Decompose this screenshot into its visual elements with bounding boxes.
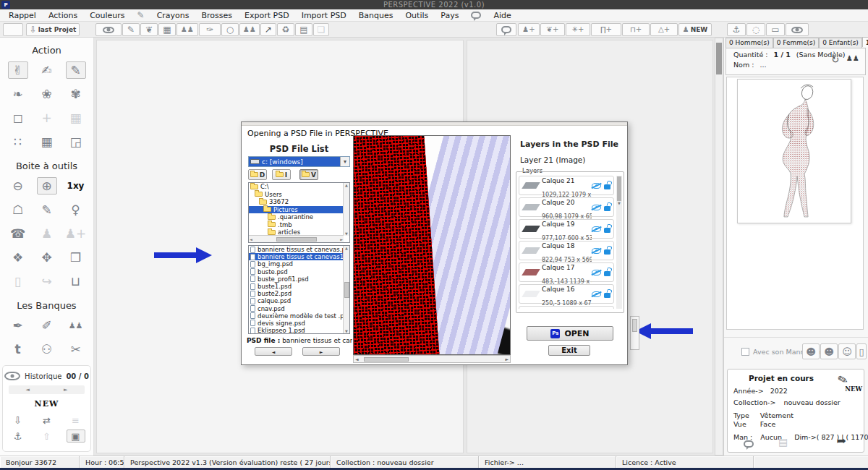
blank-button[interactable] xyxy=(3,23,23,36)
pins-bank-button[interactable]: ✂ xyxy=(66,341,86,358)
file-item[interactable]: buste2.psd xyxy=(249,290,349,297)
folder-i-button[interactable]: I xyxy=(272,169,291,180)
add-network-button[interactable]: ✳+ xyxy=(566,23,590,36)
add-top-button[interactable]: ⊓+ xyxy=(622,23,650,36)
history-prev-button[interactable]: ◄ xyxy=(17,387,38,393)
scroll-up-icon[interactable]: ▲ xyxy=(345,246,348,250)
right-panel-scrollbar[interactable] xyxy=(715,38,723,456)
add-dress-button[interactable]: △+ xyxy=(650,23,678,36)
add-pants-button[interactable]: ∏+ xyxy=(591,23,621,36)
history-download-button[interactable]: ⇩ xyxy=(9,414,27,427)
zoom-out-button[interactable]: ⊖ xyxy=(8,177,28,195)
menu-banques[interactable]: Banques xyxy=(359,11,393,20)
layer-row[interactable]: Calque 17483,-143 1139 x 842 xyxy=(519,262,614,282)
people-bank-button[interactable]: ♟♟ xyxy=(66,317,86,334)
history-anchor-button[interactable]: ⚓ xyxy=(9,430,27,443)
scroll-down-icon[interactable]: ▼ xyxy=(345,329,348,333)
eye-view-button[interactable] xyxy=(786,23,809,36)
action-hand-fabric-button[interactable]: ❀ xyxy=(37,85,57,103)
pencil-icon[interactable]: ✎ xyxy=(137,10,145,20)
layer-row[interactable]: Calque 19977,107 600 x 531 xyxy=(519,219,614,239)
eye-slash-icon[interactable] xyxy=(592,226,601,232)
menu-couleurs[interactable]: Couleurs xyxy=(90,11,124,20)
stamp-tool-button[interactable]: ❏ xyxy=(313,23,329,36)
tab-femmes[interactable]: 0 Femme(s) xyxy=(773,38,820,48)
unlock-icon[interactable] xyxy=(604,249,610,255)
menu-brosses[interactable]: Brosses xyxy=(202,11,233,20)
tree-item[interactable]: .tmb xyxy=(249,221,349,229)
tree-item[interactable]: 33672 xyxy=(249,198,349,206)
model-canvas[interactable] xyxy=(726,77,864,330)
map-stamp-button[interactable]: ☖ xyxy=(8,201,28,218)
layer-row[interactable]: Calque 20960,98 1079 x 654 xyxy=(519,197,614,217)
folder-d-button[interactable]: D xyxy=(248,169,267,180)
tree-item[interactable]: C:\ xyxy=(249,183,349,191)
file-item[interactable]: deuxième modèle de test .psd xyxy=(249,312,349,320)
shoes-tool-button[interactable]: ✑ xyxy=(199,23,221,36)
eye-slash-icon[interactable] xyxy=(592,183,601,189)
file-item-selected[interactable]: banniere tissus et canevas1.psd xyxy=(249,253,349,260)
exit-button[interactable]: Exit xyxy=(548,345,590,356)
layers-vscrollbar[interactable]: ▼ xyxy=(616,176,622,309)
palette-bank-button[interactable]: ⚇ xyxy=(37,341,57,358)
brush-bank-button[interactable]: ✐ xyxy=(37,317,57,334)
unlock-icon[interactable] xyxy=(604,228,610,233)
unlock-icon[interactable] xyxy=(604,206,610,211)
leaf-tool-button[interactable]: ❦ xyxy=(140,23,158,36)
printer-icon[interactable]: ▤ xyxy=(778,436,788,448)
pencil-tool-button[interactable]: ✎ xyxy=(122,23,140,36)
action-select-rect-button[interactable]: ◻ xyxy=(8,109,28,127)
location-pin-button[interactable]: ♀ xyxy=(66,201,86,218)
action-scan-area-button[interactable]: ◲ xyxy=(66,133,86,150)
file-item[interactable]: buste_profi1.psd xyxy=(249,275,349,283)
layer-row[interactable]: Calque 16250,-5 1089 x 677 xyxy=(519,284,614,304)
menu-crayons[interactable]: Crayons xyxy=(157,11,190,20)
action-grid-dots-button[interactable]: ▦ xyxy=(66,109,86,127)
phone-button[interactable]: ☎ xyxy=(8,225,28,242)
scroll-left-icon[interactable]: ◄ xyxy=(250,237,252,242)
woman-model-button[interactable]: ☻ xyxy=(820,343,838,359)
zoom-in-button[interactable]: ⊕ xyxy=(37,177,57,195)
menu-import-psd[interactable]: Import PSD xyxy=(302,11,346,20)
add-person-button[interactable]: ♟+ xyxy=(518,23,540,36)
people-tool-button[interactable]: ♟♟ xyxy=(239,23,260,36)
printer-button[interactable]: ▭ xyxy=(766,23,785,36)
new-person-button[interactable]: ♟ NEW xyxy=(678,23,712,36)
tree-vscrollbar[interactable]: ▲▼ xyxy=(343,183,349,236)
redo-button[interactable]: ↪ xyxy=(37,273,57,290)
jacket-button[interactable]: ❖ xyxy=(8,249,28,266)
dialog-titlebar[interactable] xyxy=(242,122,627,126)
tab-hommes[interactable]: 0 Homme(s) xyxy=(726,38,773,48)
marker-bank-button[interactable]: ✒ xyxy=(8,317,28,334)
man-model-button[interactable]: ☻ xyxy=(802,343,820,359)
person-share-button[interactable]: ♟+ xyxy=(66,225,86,242)
export-icon[interactable]: ➦ xyxy=(837,434,846,448)
file-prev-button[interactable]: ◄ xyxy=(255,347,292,356)
file-item[interactable]: buste.psd xyxy=(249,268,349,275)
text-bank-button[interactable]: t xyxy=(8,341,28,358)
mannequin-checkbox[interactable] xyxy=(741,348,749,356)
tree-hscrollbar[interactable]: ◄► xyxy=(249,235,344,242)
crowd-tool-button[interactable]: ♟♟ xyxy=(176,23,198,36)
history-upload-button[interactable]: ⇧ xyxy=(38,430,56,443)
recycle-tool-button[interactable]: ♻ xyxy=(277,23,294,36)
scroll-right-icon[interactable]: ► xyxy=(505,356,509,362)
scroll-right-icon[interactable]: ► xyxy=(340,237,343,242)
unlock-icon[interactable] xyxy=(604,293,610,298)
eye-slash-icon[interactable] xyxy=(592,270,601,275)
file-item[interactable]: banniere tissus et canevas.psd xyxy=(249,246,349,253)
scroll-down-icon[interactable]: ▼ xyxy=(345,231,348,236)
menu-outils[interactable]: Outils xyxy=(405,11,428,20)
chat-icon[interactable] xyxy=(744,440,754,448)
refresh-icon[interactable]: ↻ xyxy=(831,54,839,65)
action-hands-grab-button[interactable]: ✍ xyxy=(37,61,57,79)
history-list-button[interactable]: ≡ xyxy=(67,414,85,427)
file-vscrollbar[interactable]: ▲▼ xyxy=(343,246,349,333)
eye-slash-icon[interactable] xyxy=(592,205,601,210)
scroll-left-icon[interactable]: ◄ xyxy=(355,356,359,362)
move-tool-button[interactable]: ↗ xyxy=(260,23,276,36)
action-corner-select-button[interactable]: ∷ xyxy=(8,133,28,150)
view-eye-button[interactable] xyxy=(95,23,122,36)
tab-enfants[interactable]: 0 Enfant(s) xyxy=(819,38,862,48)
history-next-button[interactable]: ► xyxy=(55,387,77,393)
